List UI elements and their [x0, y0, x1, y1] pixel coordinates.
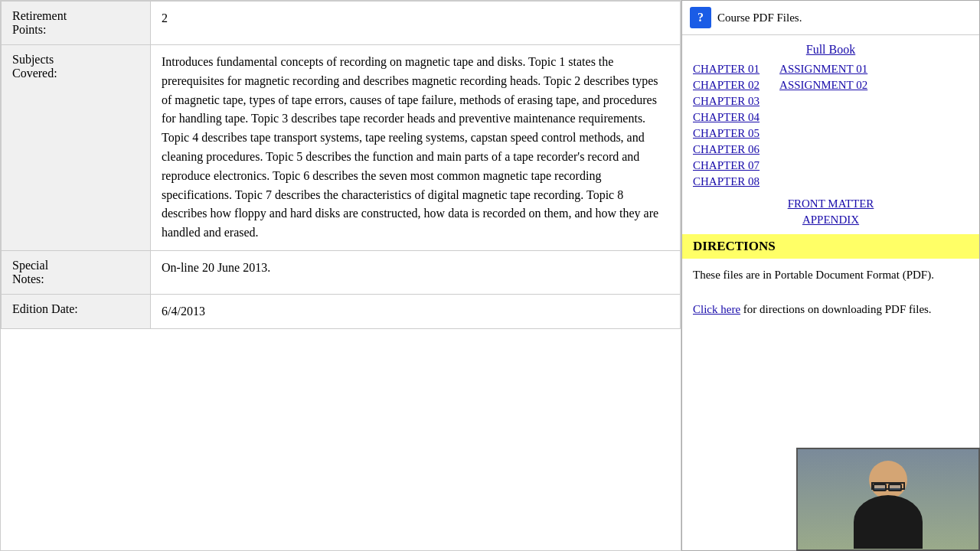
directions-heading: DIRECTIONS [682, 234, 979, 259]
chapter-04-link[interactable]: CHAPTER 04 [690, 109, 763, 126]
assignment-02-link[interactable]: ASSIGNMENT 02 [776, 77, 871, 93]
course-info-table: RetirementPoints: 2 SubjectsCovered: Int… [1, 1, 681, 329]
help-icon: ? [690, 7, 711, 28]
special-notes-value: On-line 20 June 2013. [151, 250, 681, 294]
appendix-link[interactable]: APPENDIX [799, 212, 862, 228]
directions-text-after: for directions on downloading PDF files. [743, 303, 932, 315]
edition-date-value: 6/4/2013 [151, 294, 681, 328]
chapter-03-link[interactable]: CHAPTER 03 [690, 93, 763, 109]
full-book-link[interactable]: Full Book [682, 35, 979, 61]
table-row: SubjectsCovered: Introduces fundamental … [2, 45, 681, 251]
retirement-label: RetirementPoints: [2, 2, 151, 45]
table-row: RetirementPoints: 2 [2, 2, 681, 45]
directions-text: These files are in Portable Document For… [682, 259, 979, 326]
chapter-05-link[interactable]: CHAPTER 05 [690, 126, 763, 142]
extra-links: FRONT MATTER APPENDIX [682, 196, 979, 234]
chapter-01-link[interactable]: CHAPTER 01 [690, 61, 763, 77]
front-matter-link[interactable]: FRONT MATTER [785, 196, 877, 212]
chapter-02-link[interactable]: CHAPTER 02 [690, 77, 763, 93]
directions-link[interactable]: Click here [693, 303, 740, 315]
chapter-08-link[interactable]: CHAPTER 08 [690, 174, 763, 190]
assignments-column: ASSIGNMENT 01 ASSIGNMENT 02 [769, 61, 871, 190]
chapters-column: CHAPTER 01 CHAPTER 02 CHAPTER 03 CHAPTER… [690, 61, 763, 190]
chapter-07-link[interactable]: CHAPTER 07 [690, 158, 763, 174]
directions-text-before: These files are in Portable Document For… [693, 269, 934, 281]
chapter-06-link[interactable]: CHAPTER 06 [690, 142, 763, 158]
edition-date-label: Edition Date: [2, 294, 151, 328]
subjects-value: Introduces fundamental concepts of recor… [151, 45, 681, 251]
retirement-value: 2 [151, 2, 681, 45]
webcam-overlay [796, 448, 980, 551]
webcam-video [798, 449, 978, 549]
person-body [854, 495, 923, 549]
person-head [869, 461, 907, 499]
table-row: SpecialNotes: On-line 20 June 2013. [2, 250, 681, 294]
glasses [871, 482, 905, 490]
table-row: Edition Date: 6/4/2013 [2, 294, 681, 328]
subjects-label: SubjectsCovered: [2, 45, 151, 251]
sidebar-title: Course PDF Files. [717, 11, 802, 24]
sidebar-header: ? Course PDF Files. [682, 1, 979, 35]
special-notes-label: SpecialNotes: [2, 250, 151, 294]
assignment-01-link[interactable]: ASSIGNMENT 01 [776, 61, 871, 77]
